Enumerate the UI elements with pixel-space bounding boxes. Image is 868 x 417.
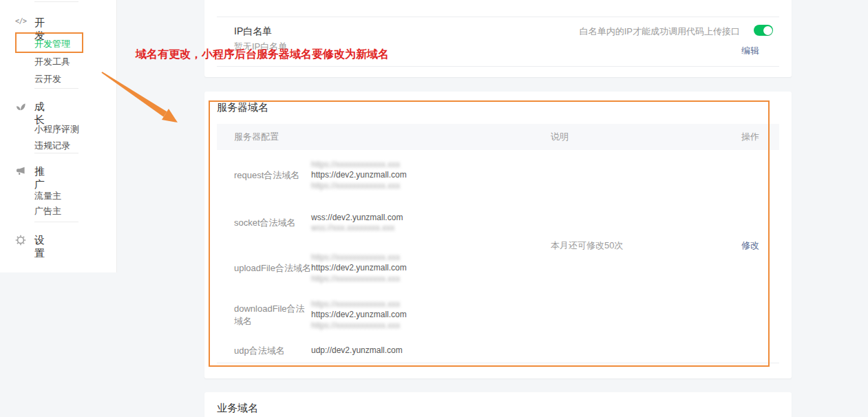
ip-whitelist-label: IP白名单 [234, 25, 272, 38]
sidebar-group-label: 推广 [34, 165, 45, 191]
annotation-highlight-box-table [209, 100, 770, 367]
toggle-knob [763, 26, 772, 35]
megaphone-icon [15, 166, 26, 177]
business-domain-title: 业务域名 [217, 402, 258, 415]
divider [217, 66, 779, 67]
sidebar-divider [34, 222, 78, 222]
sidebar-divider [34, 1, 78, 2]
sidebar-item-traffic-owner[interactable]: 流量主 [34, 190, 61, 202]
sidebar-divider [34, 153, 78, 153]
annotation-arrow-icon [96, 67, 186, 132]
ip-whitelist-toggle-desc: 白名单内的IP才能成功调用代码上传接口 [580, 25, 740, 38]
sidebar-item-advertiser[interactable]: 广告主 [34, 205, 61, 217]
page-root: </> 开发 开发管理 开发工具 云开发 成长 小程序评测 违规记录 推广 流量… [0, 0, 868, 417]
sidebar-item-dev-tools[interactable]: 开发工具 [34, 56, 70, 68]
divider [217, 17, 779, 17]
business-domain-panel: 业务域名 [204, 392, 792, 417]
ip-whitelist-edit-link[interactable]: 编辑 [741, 45, 759, 57]
sidebar-item-cloud-dev[interactable]: 云开发 [34, 73, 61, 85]
annotation-note-text: 域名有更改，小程序后台服务器域名要修改为新域名 [136, 47, 389, 62]
ip-whitelist-panel: IP白名单 暂无IP白名单 白名单内的IP才能成功调用代码上传接口 编辑 [204, 0, 792, 77]
annotation-highlight-box-menu [15, 32, 83, 53]
sidebar-item-violations[interactable]: 违规记录 [34, 140, 70, 152]
sidebar-item-mp-review[interactable]: 小程序评测 [34, 123, 79, 136]
gear-icon [15, 235, 26, 246]
ip-whitelist-toggle[interactable] [754, 25, 773, 36]
sidebar-group-label: 设置 [34, 234, 45, 260]
code-icon: </> [15, 17, 26, 28]
sprout-icon [15, 101, 26, 112]
sidebar-divider [34, 88, 78, 89]
